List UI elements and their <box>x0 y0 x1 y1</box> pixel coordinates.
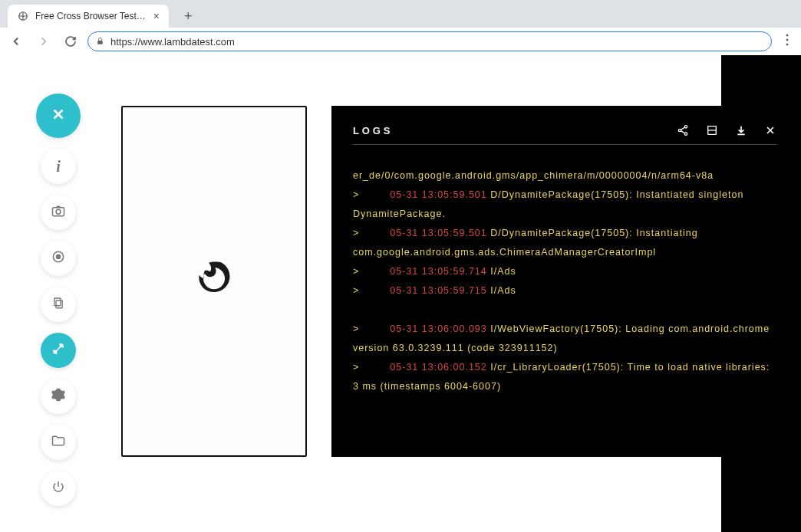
svg-rect-1 <box>97 41 102 44</box>
tab-bar: Free Cross Browser Testing Clou × + <box>0 0 801 28</box>
gear-icon <box>51 387 66 406</box>
split-button[interactable] <box>706 124 718 136</box>
svg-point-4 <box>786 44 789 46</box>
log-line <box>353 300 776 320</box>
lock-icon <box>96 37 104 47</box>
folder-icon <box>51 433 66 452</box>
address-bar: https://www.lambdatest.com <box>0 28 801 55</box>
new-tab-button[interactable]: + <box>178 5 199 28</box>
tab-close-icon[interactable]: × <box>153 10 160 22</box>
logs-panel: LOGS er_de/0/com.google.android.gms/app_… <box>331 106 798 457</box>
info-icon: i <box>56 158 61 176</box>
browser-tab[interactable]: Free Cross Browser Testing Clou × <box>8 5 169 28</box>
screenshot-button[interactable] <box>41 195 76 230</box>
browser-menu-button[interactable] <box>780 31 795 52</box>
devtools-button[interactable] <box>41 333 76 368</box>
tab-favicon-icon <box>17 10 29 22</box>
log-line: >05-31 13:05:59.501 D/DynamitePackage(17… <box>353 224 776 262</box>
close-logs-button[interactable] <box>764 124 776 136</box>
firefox-logo-icon <box>190 257 239 306</box>
log-line: >05-31 13:05:59.714 I/Ads <box>353 262 776 281</box>
forward-button[interactable] <box>34 31 54 51</box>
settings-button[interactable] <box>41 379 76 414</box>
logs-actions <box>677 124 776 136</box>
svg-point-8 <box>57 255 61 259</box>
sidebar: i <box>37 94 80 506</box>
svg-rect-5 <box>53 208 64 216</box>
copy-icon <box>51 296 65 313</box>
log-line: >05-31 13:05:59.501 D/DynamitePackage(17… <box>353 186 776 224</box>
log-line: >05-31 13:06:00.093 I/WebViewFactory(175… <box>353 320 776 358</box>
power-button[interactable] <box>41 471 76 506</box>
log-line: >05-31 13:06:00.152 I/cr_LibraryLoader(1… <box>353 358 776 396</box>
svg-point-2 <box>786 34 789 37</box>
close-button[interactable] <box>36 94 81 138</box>
logs-header: LOGS <box>353 124 776 145</box>
share-button[interactable] <box>677 124 689 136</box>
back-button[interactable] <box>6 31 26 51</box>
log-line: >05-31 13:05:59.715 I/Ads <box>353 281 776 300</box>
url-bar[interactable]: https://www.lambdatest.com <box>87 31 772 51</box>
log-body: er_de/0/com.google.android.gms/app_chime… <box>353 166 776 396</box>
record-button[interactable] <box>41 241 76 276</box>
page-content: i <box>0 55 801 532</box>
log-line: er_de/0/com.google.android.gms/app_chime… <box>353 166 776 186</box>
power-icon <box>51 480 65 497</box>
device-frame <box>121 106 307 457</box>
info-button[interactable]: i <box>41 149 76 184</box>
url-text: https://www.lambdatest.com <box>110 36 763 48</box>
svg-point-3 <box>786 39 789 41</box>
close-icon <box>50 106 67 126</box>
svg-point-6 <box>56 209 61 214</box>
files-button[interactable] <box>41 425 76 460</box>
svg-rect-9 <box>56 300 62 308</box>
tab-title: Free Cross Browser Testing Clou <box>35 11 147 21</box>
browser-chrome: Free Cross Browser Testing Clou × + http… <box>0 0 801 55</box>
logs-title: LOGS <box>353 125 393 136</box>
copy-button[interactable] <box>41 287 76 322</box>
tools-icon <box>51 341 66 360</box>
record-icon <box>51 249 66 268</box>
svg-rect-10 <box>54 298 61 306</box>
reload-button[interactable] <box>61 32 80 51</box>
download-button[interactable] <box>735 124 747 136</box>
camera-icon <box>51 203 66 222</box>
